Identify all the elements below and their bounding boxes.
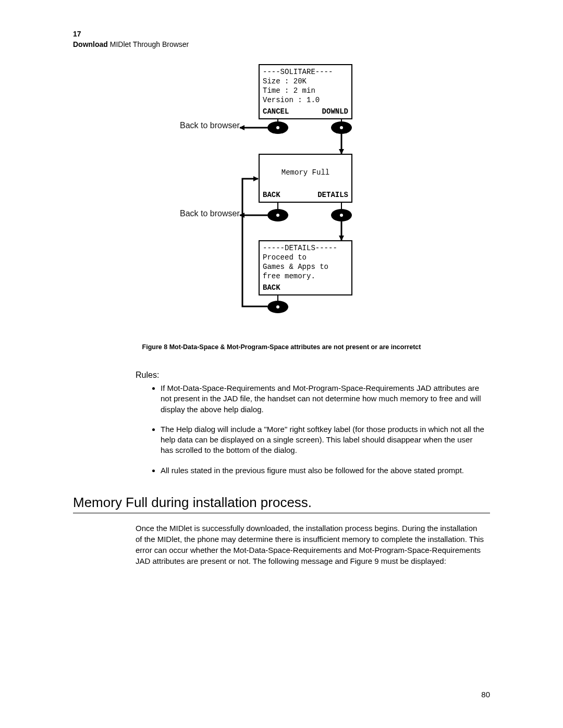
screen-details-content: -----DETAILS----- Proceed to Games & App… [260,241,351,282]
chapter-header: 17 Download MIDlet Through Browser [73,29,490,50]
rule-item: All rules stated in the previous figure … [161,465,485,476]
figure-caption: Figure 8 Mot-Data-Space & Mot-Program-Sp… [73,343,490,351]
section-heading: Memory Full during installation process. [73,495,490,511]
chapter-title-bold: Download [73,40,108,48]
button-oval-back[interactable] [267,209,288,221]
section-underline [73,513,490,513]
flow-diagram: ----SOLITARE---- Size : 20K Time : 2 min… [73,64,490,330]
button-oval-back-details[interactable] [267,301,288,313]
chapter-title-line: Download MIDlet Through Browser [73,40,490,50]
softkey-back[interactable]: BACK [263,190,280,200]
softkey-download[interactable]: DOWNLD [322,107,348,116]
chapter-title-rest: MIDlet Through Browser [108,40,189,48]
details-line3: free memory. [263,272,348,281]
softkey-cancel[interactable]: CANCEL [263,107,289,116]
details-line1: Proceed to [263,253,348,262]
details-line2: Games & Apps to [263,262,348,272]
softkey-details[interactable]: DETAILS [317,190,348,200]
softkey-back[interactable]: BACK [263,283,280,292]
attr-version: Version : 1.0 [263,95,348,105]
page-number: 80 [481,690,490,699]
memory-full-text: Memory Full [282,168,329,177]
softkey-row: BACK [260,282,351,294]
screen-solitare-content: ----SOLITARE---- Size : 20K Time : 2 min… [260,65,351,106]
attr-size: Size : 20K [263,77,348,86]
softkey-row: CANCEL DOWNLD [260,106,351,118]
screen-solitare: ----SOLITARE---- Size : 20K Time : 2 min… [259,64,352,119]
screen-details: -----DETAILS----- Proceed to Games & App… [259,240,352,295]
label-back-to-browser-1: Back to browser [180,121,240,130]
button-oval-cancel[interactable] [267,121,288,134]
rule-item: The Help dialog will include a "More" ri… [161,424,485,456]
section-paragraph: Once the MIDlet is successfully download… [136,523,485,566]
chapter-number: 17 [73,29,490,40]
label-back-to-browser-2: Back to browser [180,209,240,218]
screen-title: ----SOLITARE---- [263,67,348,77]
button-oval-details[interactable] [331,209,352,221]
document-page: 17 Download MIDlet Through Browser [0,0,563,728]
softkey-row: BACK DETAILS [260,189,351,202]
screen-memory-full-content: Memory Full [260,155,351,189]
button-oval-download[interactable] [331,121,352,134]
rule-item: If Mot-Data-Space-Requirements and Mot-P… [161,383,485,415]
screen-memory-full: Memory Full BACK DETAILS [259,154,352,203]
attr-time: Time : 2 min [263,86,348,95]
rules-list: If Mot-Data-Space-Requirements and Mot-P… [136,383,485,476]
rules-block: Rules: If Mot-Data-Space-Requirements an… [136,371,485,476]
rules-heading: Rules: [136,371,485,380]
screen-details-title: -----DETAILS----- [263,243,348,253]
